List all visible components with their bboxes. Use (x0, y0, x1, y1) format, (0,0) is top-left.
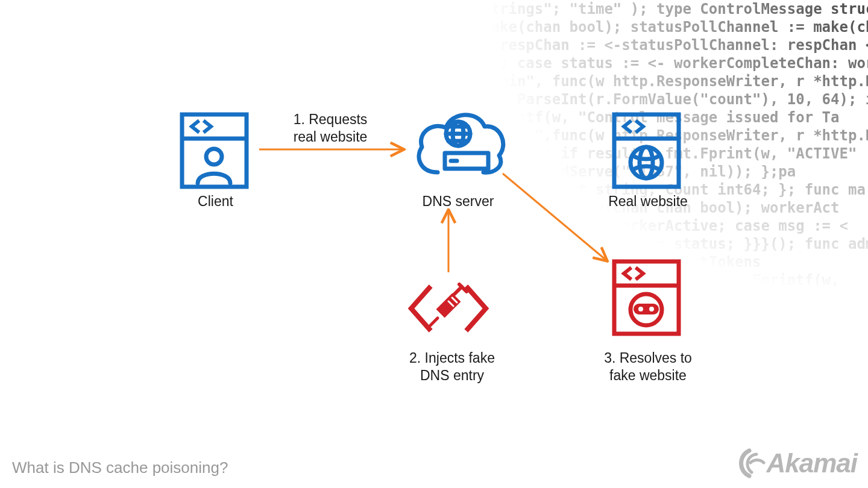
injector-label-line1: 2. Injects fake (409, 350, 495, 366)
arrow-1-label-line1: 1. Requests (294, 111, 368, 127)
client-node (180, 112, 249, 189)
svg-line-28 (503, 174, 606, 260)
client-label: Client (181, 193, 250, 210)
real-website-node (612, 112, 681, 189)
fake-label-line1: 3. Resolves to (604, 350, 692, 366)
svg-rect-16 (436, 293, 461, 318)
injector-label: 2. Injects fake DNS entry (398, 349, 506, 384)
arrows-layer (0, 0, 868, 488)
svg-point-24 (638, 307, 643, 311)
svg-point-2 (206, 149, 222, 164)
diagram-stage: "encoding/json"; "strings"; "time" ); ty… (0, 0, 868, 488)
caption-text: What is DNS cache poisoning? (12, 458, 228, 477)
svg-line-17 (430, 318, 438, 325)
dns-node (410, 106, 506, 184)
svg-point-25 (649, 307, 654, 311)
brand-text: Akamai (766, 448, 857, 478)
code-background: "encoding/json"; "strings"; "time" ); ty… (326, 0, 868, 488)
fake-website-label: 3. Resolves to fake website (603, 349, 693, 384)
injector-label-line2: DNS entry (420, 368, 484, 383)
real-website-label: Real website (603, 193, 693, 210)
svg-point-12 (631, 147, 662, 178)
injector-node (406, 276, 491, 342)
fake-label-line2: fake website (609, 368, 687, 383)
dns-label: DNS server (398, 193, 518, 210)
arrow-1-label-line2: real website (294, 129, 368, 145)
arrow-1-label: 1. Requests real website (282, 111, 379, 146)
fake-website-node (612, 259, 681, 336)
akamai-wave-icon (736, 448, 766, 478)
svg-rect-23 (634, 304, 659, 314)
brand-logo: Akamai (736, 448, 857, 478)
svg-point-13 (640, 147, 653, 178)
